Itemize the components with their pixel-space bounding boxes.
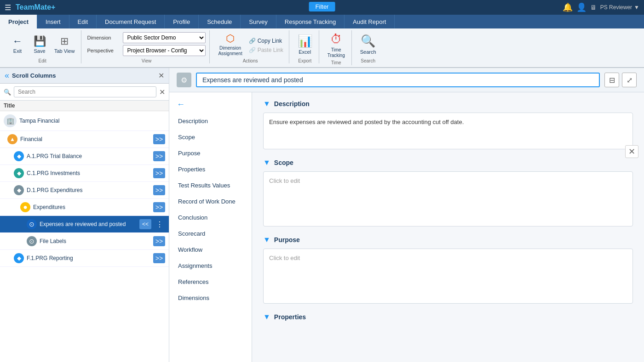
- reporting-expand-btn[interactable]: >>: [153, 253, 165, 263]
- search-btns: 🔍 Search: [357, 30, 379, 58]
- nav-item-references[interactable]: References: [169, 274, 252, 290]
- sidebar-close-button[interactable]: ✕: [158, 71, 164, 80]
- exit-button[interactable]: ← Exit: [7, 34, 28, 56]
- dimension-select[interactable]: Public Sector Demo: [123, 32, 206, 43]
- tab-profile[interactable]: Profile: [165, 15, 199, 28]
- gear-icon: ⚙: [177, 73, 191, 87]
- expenditures-prg-expand-btn[interactable]: >>: [153, 185, 165, 195]
- scope-section-header[interactable]: ▼ Scope: [263, 158, 633, 167]
- right-panel: ✕ ⚙ ⊟ ⤢ ← Description Scope Purpose Prop…: [169, 68, 644, 362]
- nav-item-conclusion[interactable]: Conclusion: [169, 209, 252, 226]
- tab-view-button[interactable]: ⊞ Tab View: [52, 34, 77, 56]
- tab-project[interactable]: Project: [0, 15, 37, 28]
- properties-section-title: Properties: [274, 313, 306, 321]
- ribbon: ← Exit 💾 Save ⊞ Tab View Edit Dimension …: [0, 28, 644, 68]
- time-tracking-icon: ⏱: [330, 32, 342, 46]
- tree-item-tampa[interactable]: 🏢 Tampa Financial: [0, 111, 169, 131]
- tab-edit[interactable]: Edit: [69, 15, 97, 28]
- expenditures-expand-btn[interactable]: >>: [153, 202, 165, 212]
- tree-item-investments[interactable]: ◆ C.1.PRG Investments >>: [0, 165, 169, 182]
- tree-item-expenses-reviewed[interactable]: ⊙ Expenses are reviewed and posted << ⋮: [0, 216, 169, 233]
- financial-expand-btn[interactable]: >>: [153, 134, 165, 144]
- close-right-panel-button[interactable]: ✕: [625, 145, 638, 158]
- section-purpose: ▼ Purpose Click to edit: [263, 236, 633, 304]
- section-scope: ▼ Scope Click to edit: [263, 158, 633, 226]
- nav-item-scorecard[interactable]: Scorecard: [169, 226, 252, 242]
- nav-item-description[interactable]: Description: [169, 113, 252, 129]
- expenses-reviewed-back-btn[interactable]: <<: [139, 219, 151, 229]
- properties-chevron-icon: ▼: [263, 313, 270, 321]
- scroll-columns-back-icon[interactable]: «: [5, 71, 9, 80]
- tree-item-expenditures[interactable]: ● Expenditures >>: [0, 199, 169, 216]
- scope-chevron-icon: ▼: [263, 158, 270, 167]
- expenditures-prg-icon: ◆: [14, 185, 24, 195]
- copy-link-button[interactable]: 🔗 Copy Link: [247, 37, 285, 45]
- tree-item-financial[interactable]: ▲ Financial >>: [0, 131, 169, 148]
- search-bar-icon: 🔍: [4, 89, 11, 96]
- nav-item-record-of-work-done[interactable]: Record of Work Done: [169, 193, 252, 209]
- expenses-reviewed-icon: ⊙: [27, 219, 37, 229]
- scope-content[interactable]: Click to edit: [263, 171, 633, 226]
- ribbon-exit-save-btns: ← Exit 💾 Save ⊞ Tab View: [7, 30, 77, 58]
- split-view-button[interactable]: ⊟: [604, 73, 619, 87]
- chevron-down-icon[interactable]: ▼: [634, 4, 639, 11]
- expenses-reviewed-menu-icon[interactable]: ⋮: [154, 220, 165, 229]
- ribbon-group-exit: ← Exit 💾 Save ⊞ Tab View Edit: [4, 30, 81, 63]
- purpose-content[interactable]: Click to edit: [263, 249, 633, 304]
- alert-icon[interactable]: 👤: [576, 2, 586, 12]
- notifications-icon[interactable]: 🔔: [563, 2, 573, 12]
- file-labels-icon: ⊙: [27, 236, 37, 246]
- tab-insert[interactable]: Insert: [37, 15, 69, 28]
- tree-items: 🏢 Tampa Financial ▲ Financial >> ◆ A.1.P…: [0, 111, 169, 362]
- tree-item-expenditures-prg[interactable]: ◆ D.1.PRG Expenditures >>: [0, 182, 169, 199]
- description-section-header[interactable]: ▼ Description: [263, 100, 633, 108]
- tab-response-tracking[interactable]: Response Tracking: [276, 15, 345, 28]
- save-button[interactable]: 💾 Save: [29, 34, 50, 56]
- purpose-section-title: Purpose: [274, 236, 300, 243]
- screen-share-icon[interactable]: 🖥: [590, 4, 597, 11]
- perspective-select[interactable]: Project Browser - Config: [123, 45, 206, 56]
- ribbon-tabs: Project Insert Edit Document Request Pro…: [0, 15, 644, 28]
- tab-survey[interactable]: Survey: [241, 15, 276, 28]
- tab-schedule[interactable]: Schedule: [199, 15, 241, 28]
- content-header: ⚙ ⊟ ⤢: [169, 68, 644, 92]
- trial-balance-expand-btn[interactable]: >>: [153, 151, 165, 161]
- paste-link-icon: 🔗: [249, 47, 256, 53]
- nav-item-dimensions[interactable]: Dimensions: [169, 290, 252, 306]
- ribbon-group-actions: ⬡ DimensionAssignment 🔗 Copy Link 🔗 Past…: [212, 30, 289, 63]
- financial-icon: ▲: [7, 134, 17, 144]
- nav-back-button[interactable]: ←: [169, 96, 252, 113]
- nav-item-workflow[interactable]: Workflow: [169, 242, 252, 258]
- search-button[interactable]: 🔍 Search: [357, 32, 379, 57]
- nav-item-purpose[interactable]: Purpose: [169, 145, 252, 161]
- content-title-input[interactable]: [196, 73, 600, 87]
- paste-link-button[interactable]: 🔗 Paste Link: [247, 46, 285, 54]
- hamburger-icon[interactable]: ☰: [5, 3, 11, 12]
- file-labels-expand-btn[interactable]: >>: [153, 236, 165, 246]
- tab-document-request[interactable]: Document Request: [97, 15, 165, 28]
- reporting-icon: ◆: [14, 253, 24, 263]
- nav-item-assignments[interactable]: Assignments: [169, 258, 252, 274]
- time-tracking-button[interactable]: ⏱ TimeTracking: [325, 30, 348, 60]
- search-clear-icon[interactable]: ✕: [159, 88, 165, 96]
- expenditures-icon: ●: [20, 202, 30, 212]
- tree-item-file-labels[interactable]: ⊙ File Labels >>: [0, 233, 169, 250]
- scope-section-title: Scope: [274, 159, 293, 166]
- sidebar-search-input[interactable]: [14, 86, 156, 97]
- filter-button[interactable]: Filter: [309, 2, 335, 11]
- investments-expand-btn[interactable]: >>: [153, 168, 165, 178]
- tree-item-trial-balance[interactable]: ◆ A.1.PRG Trial Balance >>: [0, 148, 169, 165]
- ribbon-group-search: 🔍 Search Search: [354, 30, 383, 63]
- excel-button[interactable]: 📊 Excel: [295, 32, 315, 57]
- purpose-section-header[interactable]: ▼ Purpose: [263, 236, 633, 244]
- nav-item-properties[interactable]: Properties: [169, 161, 252, 177]
- nav-item-scope[interactable]: Scope: [169, 129, 252, 145]
- tab-view-icon: ⊞: [60, 35, 69, 47]
- tab-audit-report[interactable]: Audit Report: [345, 15, 395, 28]
- tree-item-reporting[interactable]: ◆ F.1.PRG Reporting >>: [0, 250, 169, 267]
- properties-section-header[interactable]: ▼ Properties: [263, 313, 633, 321]
- nav-item-test-results-values[interactable]: Test Results Values: [169, 177, 252, 193]
- dimension-assignment-button[interactable]: ⬡ DimensionAssignment: [215, 31, 245, 58]
- expand-button[interactable]: ⤢: [622, 73, 637, 87]
- sidebar-title: Scroll Columns: [12, 72, 56, 79]
